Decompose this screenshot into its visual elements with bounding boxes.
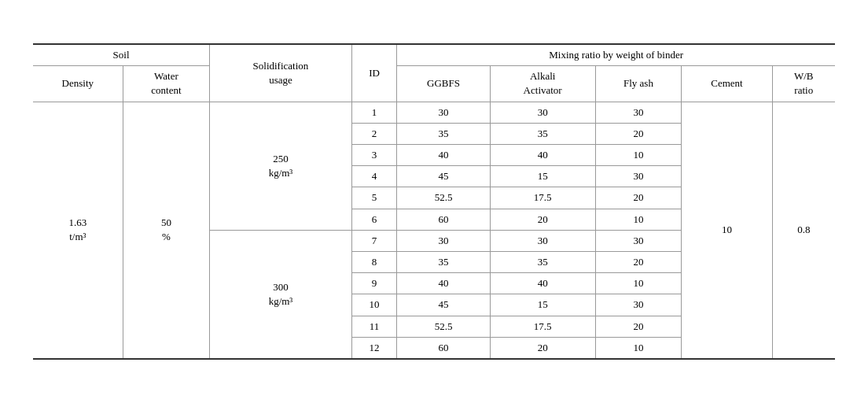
id-cell: 9 <box>351 273 397 294</box>
wb-ratio-header: W/B ratio <box>772 66 835 102</box>
solidification-300: 300 kg/m³ <box>210 230 352 359</box>
solidification-header: Solidification usage <box>210 44 352 102</box>
fly-ash-cell: 20 <box>595 187 682 209</box>
soil-header: Soil <box>33 44 210 66</box>
cement-value: 10 <box>682 102 772 359</box>
alkali-cell: 20 <box>490 209 595 230</box>
fly-ash-cell: 10 <box>595 337 682 359</box>
alkali-cell: 30 <box>490 230 595 251</box>
fly-ash-cell: 30 <box>595 102 682 123</box>
header-row-1: Soil Solidification usage ID Mixing rati… <box>33 44 835 66</box>
table-container: Soil Solidification usage ID Mixing rati… <box>17 28 851 375</box>
alkali-cell: 30 <box>490 102 595 123</box>
alkali-cell: 15 <box>490 294 595 316</box>
id-cell: 8 <box>351 251 397 272</box>
alkali-cell: 17.5 <box>490 316 595 337</box>
fly-ash-cell: 20 <box>595 251 682 272</box>
ggbfs-cell: 60 <box>397 337 490 359</box>
id-cell: 6 <box>351 209 397 230</box>
id-cell: 2 <box>351 123 397 144</box>
id-cell: 10 <box>351 294 397 316</box>
id-cell: 11 <box>351 316 397 337</box>
header-row-2: Density Water content GGBFS Alkali Activ… <box>33 66 835 102</box>
id-cell: 1 <box>351 102 397 123</box>
ggbfs-cell: 45 <box>397 166 490 187</box>
solidification-250: 250 kg/m³ <box>210 102 352 230</box>
ggbfs-cell: 30 <box>397 230 490 251</box>
wb-value: 0.8 <box>772 102 835 359</box>
fly-ash-cell: 20 <box>595 316 682 337</box>
water-content-header: Water content <box>123 66 210 102</box>
fly-ash-cell: 30 <box>595 230 682 251</box>
id-cell: 4 <box>351 166 397 187</box>
id-header: ID <box>351 44 397 102</box>
ggbfs-cell: 52.5 <box>397 187 490 209</box>
ggbfs-cell: 40 <box>397 273 490 294</box>
cement-header: Cement <box>682 66 772 102</box>
fly-ash-cell: 10 <box>595 209 682 230</box>
ggbfs-cell: 60 <box>397 209 490 230</box>
fly-ash-cell: 30 <box>595 294 682 316</box>
alkali-activator-header: Alkali Activator <box>490 66 595 102</box>
mixing-ratio-header: Mixing ratio by weight of binder <box>397 44 835 66</box>
alkali-cell: 35 <box>490 123 595 144</box>
ggbfs-cell: 45 <box>397 294 490 316</box>
water-content-value: 50 % <box>123 102 210 359</box>
table-row: 1.63 t/m³ 50 % 250 kg/m³ 1 30 30 30 10 0… <box>33 102 835 123</box>
ggbfs-cell: 35 <box>397 123 490 144</box>
fly-ash-cell: 30 <box>595 166 682 187</box>
ggbfs-cell: 52.5 <box>397 316 490 337</box>
density-header: Density <box>33 66 123 102</box>
alkali-cell: 40 <box>490 273 595 294</box>
id-cell: 12 <box>351 337 397 359</box>
fly-ash-cell: 20 <box>595 123 682 144</box>
fly-ash-cell: 10 <box>595 145 682 166</box>
alkali-cell: 40 <box>490 145 595 166</box>
alkali-cell: 17.5 <box>490 187 595 209</box>
ggbfs-cell: 35 <box>397 251 490 272</box>
id-cell: 7 <box>351 230 397 251</box>
id-cell: 5 <box>351 187 397 209</box>
id-cell: 3 <box>351 145 397 166</box>
ggbfs-cell: 40 <box>397 145 490 166</box>
alkali-cell: 15 <box>490 166 595 187</box>
fly-ash-header: Fly ash <box>595 66 682 102</box>
ggbfs-cell: 30 <box>397 102 490 123</box>
fly-ash-cell: 10 <box>595 273 682 294</box>
density-value: 1.63 t/m³ <box>33 102 123 359</box>
alkali-cell: 35 <box>490 251 595 272</box>
ggbfs-header: GGBFS <box>397 66 490 102</box>
alkali-cell: 20 <box>490 337 595 359</box>
